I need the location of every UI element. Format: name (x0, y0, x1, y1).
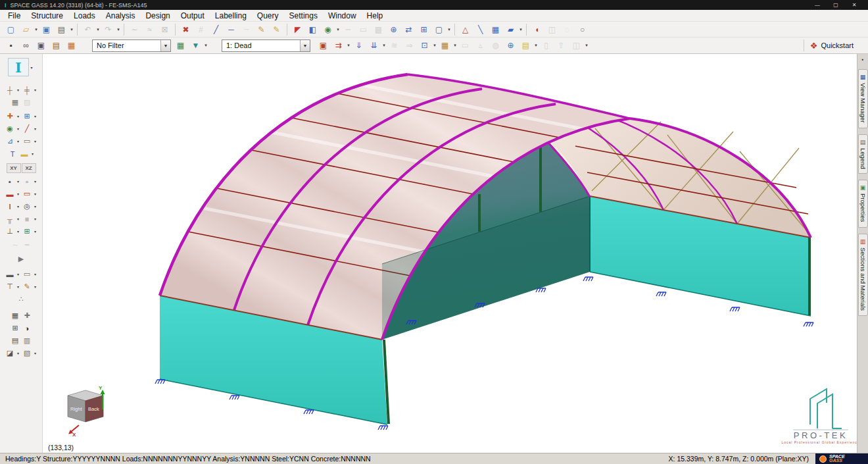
dropdown-arrow-icon[interactable]: ▾ (16, 192, 21, 196)
snapshot-icon[interactable]: ◫ (569, 39, 584, 52)
left-tool-icon[interactable]: ▦ (10, 97, 21, 108)
dropdown-arrow-icon[interactable]: ▾ (432, 43, 437, 48)
support-symbol[interactable] (304, 410, 314, 414)
chevron-down-icon[interactable]: ▼ (300, 40, 310, 51)
dropdown-arrow-icon[interactable]: ▾ (16, 284, 21, 289)
left-tool-icon[interactable]: ▬ (19, 148, 30, 159)
dropdown-arrow-icon[interactable]: ▾ (16, 217, 21, 221)
left-tool-icon[interactable]: ∴ (16, 294, 27, 305)
left-tool-icon[interactable]: ╥ (5, 213, 16, 224)
left-tool-icon[interactable]: ┼ (5, 84, 16, 95)
dropdown-arrow-icon[interactable]: ▾ (16, 126, 21, 131)
shade-mode-icon[interactable]: ◫ (544, 23, 560, 36)
left-tool-icon[interactable]: ▪ (5, 176, 16, 187)
panel-tab-sections-and-materials[interactable]: ▥Sections and Materials (858, 234, 868, 316)
dropdown-arrow-icon[interactable]: ▾ (33, 217, 38, 221)
menu-loads[interactable]: Loads (68, 11, 101, 21)
text-tool[interactable]: T (7, 148, 18, 159)
left-tool-icon[interactable]: ▭ (22, 188, 33, 199)
left-tool-icon[interactable]: ▬ (5, 188, 16, 199)
left-tool-icon[interactable]: ✚ (22, 310, 33, 321)
support-symbol[interactable] (730, 307, 740, 311)
model-canvas[interactable]: Right Back Y X (43, 54, 857, 453)
panel-tab-legend[interactable]: ▤Legend (858, 134, 868, 174)
clip-volume-icon[interactable]: ◖ (529, 23, 544, 36)
menu-settings[interactable]: Settings (284, 11, 323, 21)
support-symbol[interactable] (804, 322, 813, 326)
node-select-icon[interactable]: ▪ (3, 39, 18, 52)
dropdown-arrow-icon[interactable]: ▾ (33, 229, 38, 234)
swap-view-icon[interactable]: ⇄ (401, 23, 416, 36)
binoculars-icon[interactable]: ∞ (18, 39, 34, 52)
dropdown-arrow-icon[interactable]: ▾ (95, 27, 101, 32)
dropdown-arrow-icon[interactable]: ▾ (33, 272, 38, 276)
dropdown-arrow-icon[interactable]: ▾ (33, 351, 38, 355)
display-icon[interactable]: ▢ (431, 23, 446, 36)
dropdown-arrow-icon[interactable]: ▾ (16, 179, 21, 184)
camera-icon[interactable]: ▣ (34, 39, 49, 52)
dropdown-arrow-icon[interactable]: ▾ (30, 151, 36, 156)
menu-output[interactable]: Output (176, 11, 210, 21)
left-tool-icon[interactable]: ▨ (22, 97, 33, 108)
moving-load-icon[interactable]: ▵ (473, 39, 488, 52)
left-tool-icon[interactable]: ⊞ (22, 111, 33, 122)
left-tool-icon[interactable]: ✎ (22, 281, 33, 292)
filter-apply-icon[interactable]: ▦ (173, 39, 188, 52)
fill-region-icon[interactable]: ◧ (305, 23, 320, 36)
clipboard-icon[interactable]: ▯ (539, 39, 554, 52)
minimize-icon[interactable]: — (808, 2, 827, 8)
curve-tool-icon[interactable]: ∼ (127, 23, 142, 36)
panel-menu-icon[interactable]: ▪ (859, 56, 867, 63)
left-tool-icon[interactable]: ⊤ (5, 281, 16, 292)
circle-section-tool[interactable]: ◎ (22, 201, 33, 212)
dropdown-arrow-icon[interactable]: ▾ (533, 43, 539, 48)
diagonal-view-icon[interactable]: ╲ (473, 23, 488, 36)
dropdown-arrow-icon[interactable]: ▾ (203, 43, 208, 48)
load-flags-icon[interactable]: ⇉ (331, 39, 346, 52)
zoom-extents-icon[interactable]: ○ (575, 23, 590, 36)
dropdown-arrow-icon[interactable]: ▾ (33, 88, 38, 92)
dropdown-arrow-icon[interactable]: ▾ (446, 27, 452, 32)
support-symbol[interactable] (656, 292, 666, 296)
undo-icon[interactable]: ↶ (80, 23, 95, 36)
dropdown-arrow-icon[interactable]: ▾ (16, 229, 21, 234)
filter-grid-icon[interactable]: ▦ (64, 39, 79, 52)
node-tool-icon[interactable]: ◉ (320, 23, 335, 36)
print-icon[interactable]: ▤ (54, 23, 69, 36)
wire-mode-icon[interactable]: ◌ (560, 23, 575, 36)
notes-icon[interactable]: ▤ (518, 39, 533, 52)
left-tool-icon[interactable]: ▫ (22, 176, 33, 187)
dropdown-arrow-icon[interactable]: ▾ (29, 65, 34, 70)
left-tool-icon[interactable]: ╪ (22, 84, 33, 95)
left-tool-icon[interactable]: ◑ (22, 322, 33, 334)
dropdown-arrow-icon[interactable]: ▾ (381, 43, 387, 48)
support-symbol[interactable] (229, 396, 239, 400)
load-case-combobox[interactable]: 1: Dead ▼ (222, 39, 310, 52)
datasheet-icon[interactable]: ⊞ (416, 23, 431, 36)
dropdown-arrow-icon[interactable]: ▾ (335, 27, 341, 32)
distributed-load-icon[interactable]: ⇊ (366, 39, 381, 52)
chevron-down-icon[interactable]: ▼ (160, 40, 170, 51)
dropdown-arrow-icon[interactable]: ▾ (16, 88, 21, 92)
open-icon[interactable]: ▱ (18, 23, 34, 36)
export-icon[interactable]: ⇧ (554, 39, 569, 52)
dropdown-arrow-icon[interactable]: ▾ (33, 114, 38, 118)
dropdown-arrow-icon[interactable]: ▾ (452, 43, 458, 48)
arc-tool-icon[interactable]: ≈ (142, 23, 157, 36)
left-tool-icon[interactable]: ▦ (10, 310, 21, 321)
left-tool-icon[interactable]: ⊞ (22, 226, 33, 237)
dropdown-arrow-icon[interactable]: ▾ (33, 179, 38, 184)
menu-analysis[interactable]: Analysis (101, 11, 141, 21)
dropdown-arrow-icon[interactable]: ▾ (16, 272, 21, 276)
support-symbol[interactable] (583, 277, 593, 281)
draw-member-icon[interactable]: ╱ (208, 23, 224, 36)
left-tool-icon[interactable]: ▭ (22, 269, 33, 280)
table-icon[interactable]: ▦ (488, 23, 503, 36)
section-shape-tool[interactable]: I (8, 58, 29, 76)
world-icon[interactable]: ⊕ (503, 39, 518, 52)
panel-tab-properties[interactable]: ▣Properties (858, 180, 868, 227)
plane-xz-button[interactable]: XZ (22, 163, 36, 173)
filter-combobox[interactable]: No Filter ▼ (92, 39, 171, 52)
draw-dashed-icon[interactable]: ┄ (239, 23, 254, 36)
area-load-icon[interactable]: ⊡ (417, 39, 432, 52)
